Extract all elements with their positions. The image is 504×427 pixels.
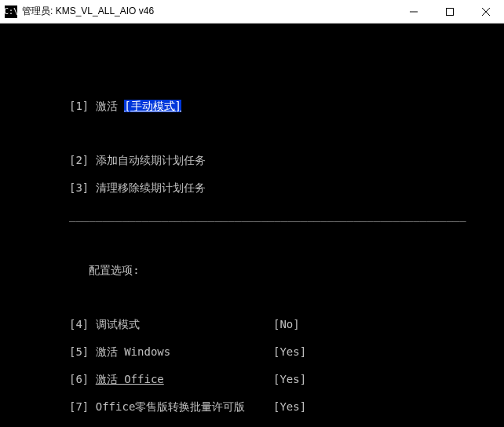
window-title: 管理员: KMS_VL_ALL_AIO v46 xyxy=(22,5,396,18)
window-controls xyxy=(396,0,504,23)
config-item-4: [4] 调试模式[No] xyxy=(6,318,498,332)
config-item-7: [7] Office零售版转换批量许可版[Yes] xyxy=(6,400,498,414)
maximize-button[interactable] xyxy=(432,0,468,23)
menu-item-1: [1] 激活 [手动模式] xyxy=(6,100,498,114)
console-icon: C:\ xyxy=(5,5,17,18)
menu-item-3: [3] 清理移除续期计划任务 xyxy=(6,181,498,195)
config-item-6: [6] 激活 Office[Yes] xyxy=(6,373,498,387)
close-button[interactable] xyxy=(468,0,504,23)
menu-item-2: [2] 添加自动续期计划任务 xyxy=(6,154,498,168)
console-body[interactable]: [1] 激活 [手动模式] [2] 添加自动续期计划任务 [3] 清理移除续期计… xyxy=(0,24,504,427)
minimize-button[interactable] xyxy=(396,0,432,23)
titlebar: C:\ 管理员: KMS_VL_ALL_AIO v46 xyxy=(0,0,504,24)
config-item-5: [5] 激活 Windows[Yes] xyxy=(6,345,498,359)
mode-highlight: [手动模式] xyxy=(124,100,181,112)
svg-rect-1 xyxy=(447,8,454,15)
config-header: 配置选项: xyxy=(6,264,498,278)
